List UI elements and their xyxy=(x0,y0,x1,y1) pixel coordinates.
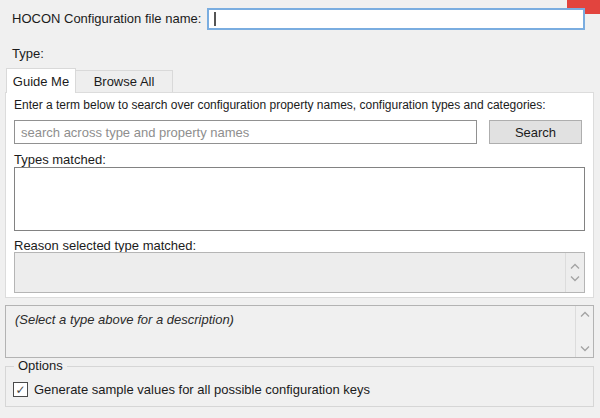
search-instruction-text: Enter a term below to search over config… xyxy=(14,98,546,112)
filename-label: HOCON Configuration file name: xyxy=(12,11,201,26)
options-legend: Options xyxy=(14,358,67,373)
generate-samples-checkbox[interactable]: ✓ xyxy=(13,382,28,397)
hocon-config-dialog: HOCON Configuration file name: Type: Gui… xyxy=(0,0,600,418)
chevron-up-icon[interactable] xyxy=(580,311,590,318)
reason-matched-textbox xyxy=(14,252,585,293)
description-scrollbar[interactable] xyxy=(575,306,593,357)
search-input[interactable] xyxy=(14,120,477,144)
search-button[interactable]: Search xyxy=(489,120,582,144)
text-caret-icon xyxy=(214,12,216,26)
chevron-down-icon[interactable] xyxy=(580,345,590,352)
generate-samples-option[interactable]: ✓ Generate sample values for all possibl… xyxy=(13,382,370,397)
chevron-up-icon[interactable] xyxy=(570,263,580,270)
reason-scrollbar[interactable] xyxy=(565,253,584,292)
tab-browse-all-types[interactable]: Browse All Types xyxy=(76,70,173,92)
types-matched-listbox[interactable] xyxy=(14,167,585,231)
checkmark-icon: ✓ xyxy=(15,384,25,396)
tab-guide-me[interactable]: Guide Me xyxy=(6,68,76,93)
type-label: Type: xyxy=(12,46,44,61)
filename-input[interactable] xyxy=(207,8,585,30)
description-placeholder-text: (Select a type above for a description) xyxy=(15,312,234,327)
types-matched-label: Types matched: xyxy=(14,152,106,167)
generate-samples-label: Generate sample values for all possible … xyxy=(34,382,370,397)
reason-matched-label: Reason selected type matched: xyxy=(14,238,196,253)
type-description-box: (Select a type above for a description) xyxy=(5,305,594,358)
chevron-down-icon[interactable] xyxy=(570,275,580,282)
